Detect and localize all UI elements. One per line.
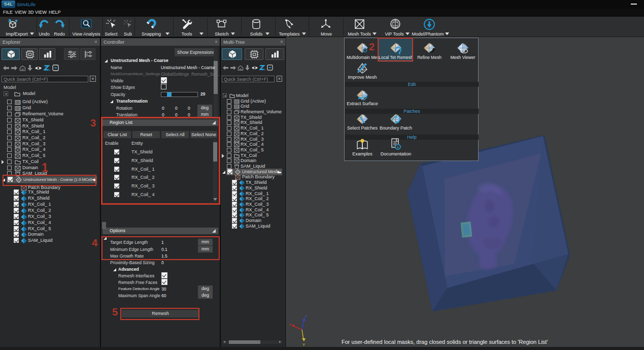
svg-text:Y: Y — [302, 342, 306, 347]
svg-text:z: z — [305, 314, 307, 317]
svg-text:For user-defined local masks,: For user-defined local masks, drag close… — [342, 339, 548, 345]
svg-text:x: x — [289, 323, 291, 326]
